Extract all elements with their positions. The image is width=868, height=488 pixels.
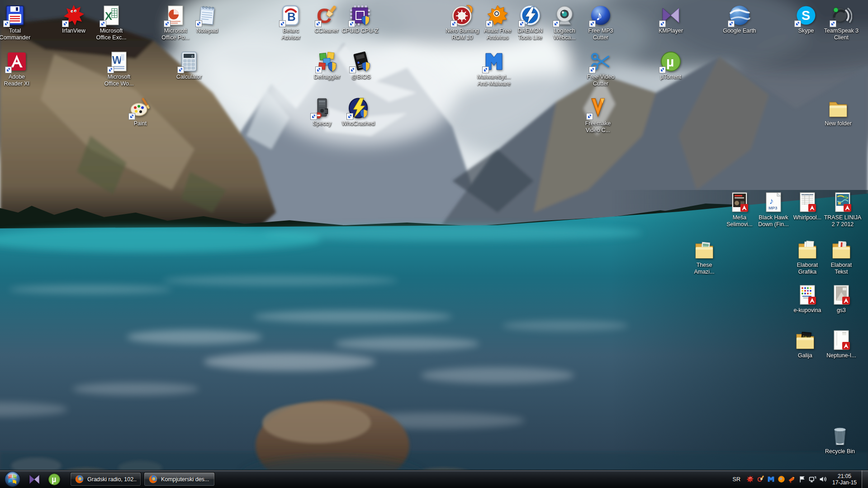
shortcut-arrow-icon [315,20,322,27]
taskbar-window-kompjuterski[interactable]: Kompjuterski des... [144,472,215,486]
folderfull-icon [797,239,818,261]
icon-label: Whirlpool... [793,214,822,221]
ccleaner-tray-icon[interactable]: C [755,470,766,488]
microsoft-office-excel[interactable]: XMicrosoftOffice Exc... [90,5,132,41]
shortcut-arrow-icon [659,20,666,27]
horn-tray-icon[interactable] [787,470,797,488]
icon-label: Defraggler [314,74,340,81]
kmplayer[interactable]: KMPlayer [650,5,692,34]
microsoft-office-word[interactable]: WMicrosoftOffice Wo... [98,51,140,87]
total-commander[interactable]: TotalCommander [0,5,36,41]
excel-icon: X [100,5,122,26]
kmplayer-icon [28,473,41,486]
taskbar-kmplayer-button[interactable] [24,470,44,488]
icon-label: µTorrent [660,74,681,81]
network-tray-icon[interactable] [807,470,818,488]
shortcut-arrow-icon [482,66,489,73]
shortcut-arrow-icon [589,20,596,27]
pdf-icon [797,191,818,213]
gs3-pdf[interactable]: gs3 [821,284,862,314]
icon-label: Paint [134,120,147,127]
taskbar-utorrent-button[interactable]: µ [44,470,64,488]
new-folder[interactable]: New folder [817,97,859,127]
irfanview[interactable]: IrfanView [53,5,95,34]
logitech-webcam[interactable]: LogitechWebca... [544,5,585,41]
calculator[interactable]: 0Calculator [168,51,210,81]
shortcut-arrow-icon [518,20,525,27]
avast-tray-icon[interactable] [776,470,787,488]
shortcut-arrow-icon [830,20,836,27]
start-button[interactable] [0,470,24,488]
icon-label: Recycle Bin [825,448,855,455]
floppy-icon [4,5,26,26]
nero-icon [451,5,473,26]
atbios[interactable]: @BIOS [340,51,382,81]
firefox-icon [148,474,158,484]
tray-icons: C [745,470,828,488]
adobe-reader-xi[interactable]: AdobeReader XI [0,51,38,87]
galija-folder[interactable]: GALIJAGalija [784,329,826,359]
mp3file-icon: ♪MP3 [763,191,784,213]
svg-text:W: W [112,54,122,66]
neptune-pdf[interactable]: Neptune-I... [821,329,862,359]
shortcut-arrow-icon [794,20,801,27]
icon-label: AdobeReader XI [4,74,29,87]
skype-icon: S [795,5,817,26]
notepad-icon [196,5,218,26]
icon-label: Free VideoCutter [587,74,615,87]
tray-clock[interactable]: 21:05 17-Jan-15 [832,473,857,486]
recycle-bin[interactable]: Recycle Bin [819,425,861,455]
freemake-video-converter[interactable]: FreemakeVideo C... [577,97,619,134]
paint[interactable]: Paint [119,97,161,127]
malwarebytes-tray-icon[interactable] [766,470,776,488]
taskbar-window-gradski-radio[interactable]: Gradski radio, 102... [70,472,141,486]
window-title: Gradski radio, 102... [87,476,137,483]
teamspeak-3-client[interactable]: TeamSpeak 3Client [821,5,862,41]
free-video-cutter[interactable]: Free VideoCutter [580,51,621,87]
utorrent[interactable]: µµTorrent [650,51,692,81]
webcam-icon [554,5,575,26]
mbam-icon [483,51,505,72]
pdf-icon [832,191,854,213]
icon-label: Google Earth [723,28,756,34]
tray-date: 17-Jan-15 [832,479,857,486]
taskbar-window-buttons: Gradski radio, 102...Kompjuterski des... [69,470,216,488]
show-desktop-button[interactable] [862,470,868,488]
calculator-icon: 0 [178,51,200,72]
utorrent-icon: µ [48,473,61,486]
elaborat-tekst-folder[interactable]: ElaboratTekst [821,239,862,275]
pdf-icon [729,191,750,213]
irfanview-tray-icon[interactable] [745,470,755,488]
icon-label: CCleaner [315,28,339,34]
icon-label: IrfanView [62,28,85,34]
irfan-icon [63,5,85,26]
whocrashed[interactable]: WhoCrashed [337,97,379,127]
trase-linija-pdf[interactable]: TRASE LINIJA2 7 2012 [822,191,863,228]
speccy[interactable]: Speccy [301,97,343,127]
language-indicator[interactable]: SR [733,476,740,483]
google-earth[interactable]: Google Earth [719,5,760,34]
shortcut-arrow-icon [310,113,317,120]
icon-label: KMPlayer [659,28,683,34]
icon-label: FreemakeVideo C... [585,120,611,134]
action-center-flag-icon[interactable] [797,470,807,488]
icon-label: MicrosoftOffice Exc... [96,28,126,41]
tray-time: 21:05 [832,473,857,479]
shortcut-arrow-icon [177,66,184,73]
free-mp3-cutter[interactable]: ♪Free MP3Cutter [580,5,621,41]
icon-label: MešaSelimovi... [726,214,753,228]
malwarebytes-anti-malware[interactable]: Malwarebyt...Anti-Malware [473,51,515,87]
paint-icon [129,97,151,119]
notepad[interactable]: Notepad [186,5,228,34]
cpuid-cpu-z[interactable]: CPUID CPU-Z [339,5,381,34]
icon-label: e-kupovina [793,307,821,314]
shortcut-arrow-icon [451,20,457,27]
icon-label: DAEMONTools Lite [518,28,543,41]
shortcut-arrow-icon [107,66,114,73]
volume-tray-icon[interactable] [818,470,828,488]
svg-text:♪: ♪ [769,196,774,206]
speccy-icon [311,97,333,119]
these-amazing-folder[interactable]: TheseAmazi... [683,239,725,275]
svg-text:µ: µ [52,475,56,484]
icon-label: @BIOS [351,74,371,81]
